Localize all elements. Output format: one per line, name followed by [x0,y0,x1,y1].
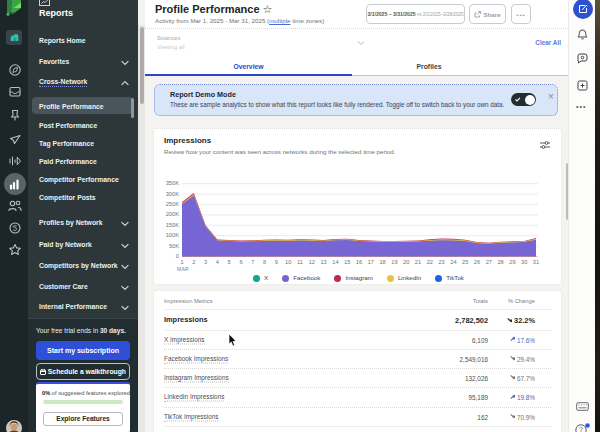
svg-text:?: ? [579,426,583,432]
